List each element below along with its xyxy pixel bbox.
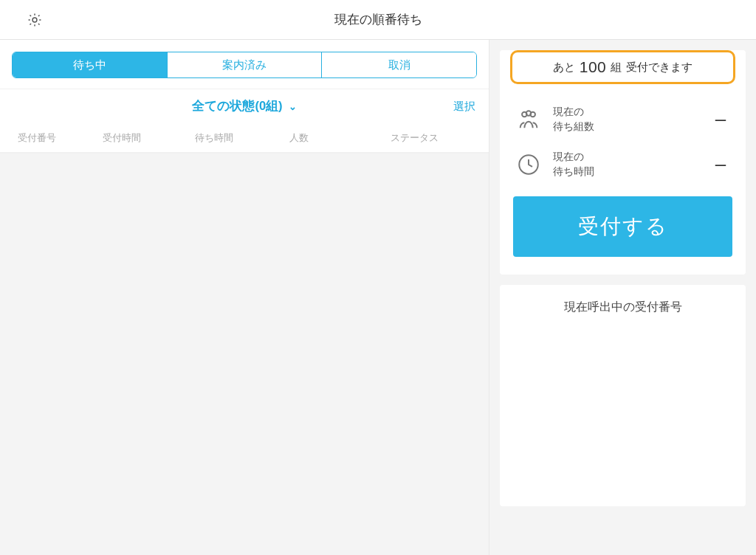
svg-point-0: [32, 18, 37, 22]
availability-count: 100: [580, 58, 607, 76]
svg-point-3: [526, 111, 532, 116]
filter-dropdown[interactable]: 全ての状態(0組) ⌄: [192, 98, 296, 114]
availability-unit: 組: [611, 61, 622, 75]
availability-post: 受付できます: [626, 61, 693, 75]
stat-groups-label1: 現在の: [553, 105, 700, 120]
clock-icon: [516, 152, 541, 177]
app-header: 現在の順番待ち: [0, 0, 756, 40]
gear-icon[interactable]: [27, 12, 43, 28]
page-title: 現在の順番待ち: [0, 11, 756, 28]
calling-title: 現在呼出中の受付番号: [500, 300, 746, 315]
people-icon: [516, 107, 541, 132]
stat-time-label1: 現在の: [553, 150, 700, 165]
waitlist-area: [0, 154, 489, 555]
col-receipt-number: 受付番号: [0, 131, 74, 145]
accept-button[interactable]: 受付する: [513, 196, 732, 257]
col-receipt-time: 受付時間: [74, 131, 170, 145]
chevron-down-icon: ⌄: [289, 101, 297, 112]
stat-time-label2: 待ち時間: [553, 165, 700, 179]
tab-cancelled[interactable]: 取消: [321, 52, 476, 77]
stat-time-row: 現在の 待ち時間 –: [500, 138, 746, 196]
tab-served[interactable]: 案内済み: [167, 52, 322, 77]
tab-waiting[interactable]: 待ち中: [13, 52, 167, 77]
status-segmented-control: 待ち中 案内済み 取消: [12, 52, 477, 78]
select-button[interactable]: 選択: [453, 100, 475, 114]
stat-groups-value: –: [712, 108, 729, 131]
availability-pre: あと: [553, 61, 575, 75]
filter-label: 全ての状態(0組): [192, 98, 282, 114]
stat-groups-label2: 待ち組数: [553, 120, 700, 134]
col-people: 人数: [258, 131, 340, 145]
left-panel: 待ち中 案内済み 取消 全ての状態(0組) ⌄ 選択 受付番号 受付時間 待ち時…: [0, 40, 489, 555]
calling-card: 現在呼出中の受付番号: [500, 285, 746, 506]
availability-banner: あと 100組 受付できます: [510, 50, 735, 84]
stat-groups-row: 現在の 待ち組数 –: [500, 92, 746, 138]
col-status: ステータス: [340, 131, 489, 145]
column-headers: 受付番号 受付時間 待ち時間 人数 ステータス: [0, 123, 489, 153]
col-wait-time: 待ち時間: [170, 131, 258, 145]
right-panel: あと 100組 受付できます 現在の 待ち組数 –: [489, 40, 756, 555]
stat-time-value: –: [712, 153, 729, 176]
